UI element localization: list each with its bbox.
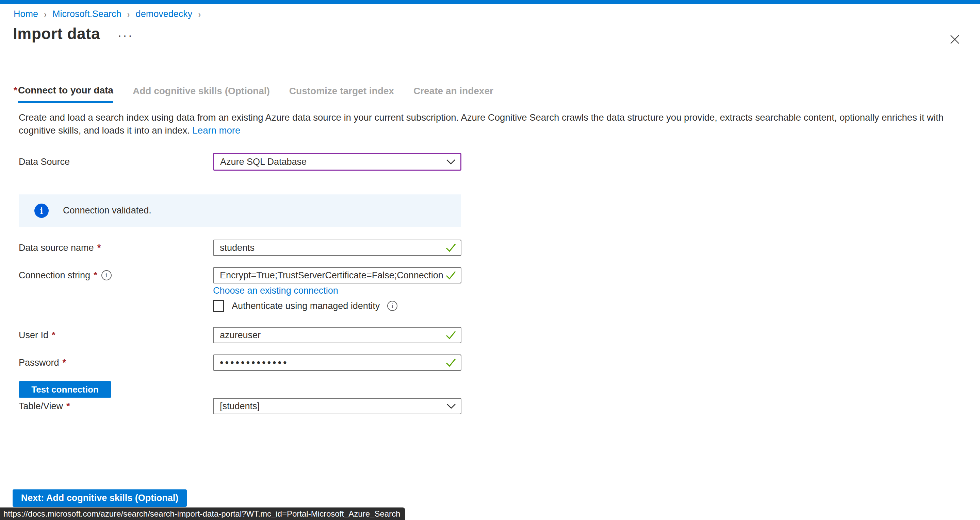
data-source-label: Data Source bbox=[19, 154, 70, 170]
banner-text: Connection validated. bbox=[63, 205, 151, 216]
tab-label: Create an indexer bbox=[414, 86, 493, 97]
user-id-value: azureuser bbox=[220, 330, 261, 341]
label-text: Password bbox=[19, 358, 59, 368]
password-input[interactable]: ••••••••••••• bbox=[213, 355, 461, 371]
choose-existing-connection-link[interactable]: Choose an existing connection bbox=[213, 285, 338, 296]
connection-string-value: Encrypt=True;TrustServerCertificate=Fals… bbox=[220, 270, 445, 281]
data-source-dropdown[interactable]: Azure SQL Database bbox=[213, 153, 461, 171]
required-marker: * bbox=[66, 401, 70, 412]
table-view-dropdown[interactable]: [students] bbox=[213, 398, 461, 414]
label-text: Connection string bbox=[19, 270, 90, 281]
required-marker: * bbox=[63, 358, 66, 368]
data-source-value: Azure SQL Database bbox=[220, 157, 307, 167]
managed-identity-checkbox[interactable] bbox=[213, 300, 224, 312]
breadcrumb-home[interactable]: Home bbox=[14, 9, 38, 19]
managed-identity-label: Authenticate using managed identity bbox=[232, 301, 380, 311]
label-text: Data Source bbox=[19, 157, 70, 167]
tab-customize-target-index[interactable]: Customize target index bbox=[289, 85, 394, 103]
chevron-right-icon: › bbox=[44, 8, 47, 20]
close-icon bbox=[950, 34, 960, 44]
chevron-down-icon bbox=[447, 403, 456, 409]
breadcrumb: Home › Microsoft.Search › demovedecky › bbox=[14, 9, 201, 19]
label-text: Table/View bbox=[19, 401, 63, 412]
data-source-name-input[interactable]: students bbox=[213, 239, 461, 256]
tab-label: Connect to your data bbox=[18, 85, 113, 103]
user-id-input[interactable]: azureuser bbox=[213, 327, 461, 343]
label-text: Data source name bbox=[19, 243, 94, 253]
password-value: ••••••••••••• bbox=[220, 357, 288, 368]
breadcrumb-microsoft-search[interactable]: Microsoft.Search bbox=[52, 9, 121, 19]
close-button[interactable] bbox=[948, 33, 962, 46]
wizard-tabs: * Connect to your data Add cognitive ski… bbox=[14, 85, 493, 103]
valid-check-icon bbox=[446, 243, 456, 252]
valid-check-icon bbox=[446, 271, 456, 280]
page-description: Create and load a search index using dat… bbox=[19, 111, 961, 137]
password-label: Password * bbox=[19, 355, 67, 371]
next-add-cognitive-skills-button[interactable]: Next: Add cognitive skills (Optional) bbox=[13, 490, 187, 507]
status-bar-url: https://docs.microsoft.com/azure/search/… bbox=[0, 507, 405, 520]
page-title: Import data bbox=[13, 24, 100, 43]
description-text: Create and load a search index using dat… bbox=[19, 112, 943, 136]
data-source-name-label: Data source name * bbox=[19, 239, 102, 256]
required-marker: * bbox=[97, 243, 101, 253]
top-accent-bar bbox=[0, 0, 980, 4]
label-text: User Id bbox=[19, 330, 48, 341]
test-connection-button[interactable]: Test connection bbox=[19, 381, 111, 398]
chevron-right-icon: › bbox=[127, 8, 130, 20]
connection-string-input[interactable]: Encrypt=True;TrustServerCertificate=Fals… bbox=[213, 267, 461, 284]
tab-create-an-indexer[interactable]: Create an indexer bbox=[414, 85, 493, 103]
valid-check-icon bbox=[446, 331, 456, 339]
table-view-label: Table/View * bbox=[19, 398, 71, 414]
chevron-right-icon: › bbox=[198, 8, 201, 20]
connection-validated-banner: i Connection validated. bbox=[19, 194, 461, 227]
user-id-label: User Id * bbox=[19, 327, 56, 343]
info-tooltip-icon[interactable]: i bbox=[102, 270, 111, 281]
breadcrumb-demovedecky[interactable]: demovedecky bbox=[136, 9, 192, 19]
learn-more-link[interactable]: Learn more bbox=[192, 125, 240, 136]
tab-add-cognitive-skills[interactable]: Add cognitive skills (Optional) bbox=[133, 85, 270, 103]
info-icon: i bbox=[34, 204, 49, 218]
table-view-value: [students] bbox=[220, 401, 259, 412]
data-source-name-value: students bbox=[220, 243, 255, 253]
tab-connect-to-your-data[interactable]: * Connect to your data bbox=[14, 85, 113, 103]
info-tooltip-icon[interactable]: i bbox=[387, 301, 398, 311]
required-marker: * bbox=[14, 85, 18, 96]
managed-identity-row: Authenticate using managed identity i bbox=[213, 300, 398, 312]
chevron-down-icon bbox=[446, 159, 456, 165]
more-options-icon[interactable]: ··· bbox=[118, 29, 134, 42]
required-marker: * bbox=[52, 330, 56, 341]
tab-label: Customize target index bbox=[289, 86, 394, 97]
required-marker: * bbox=[94, 270, 97, 281]
tab-label: Add cognitive skills (Optional) bbox=[133, 86, 270, 97]
valid-check-icon bbox=[446, 358, 456, 367]
connection-string-label: Connection string * i bbox=[19, 267, 111, 284]
